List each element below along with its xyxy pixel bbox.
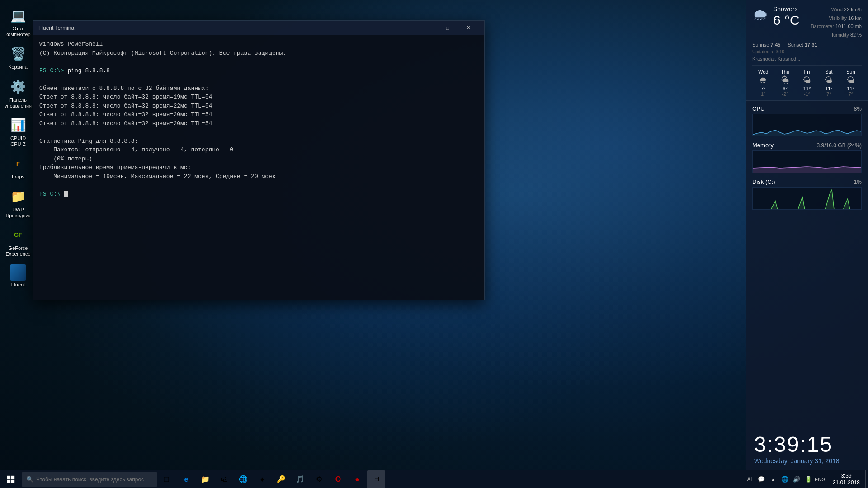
svg-marker-0 xyxy=(753,130,861,136)
terminal-line-11 xyxy=(39,128,478,137)
sunrise: Sunrise 7:45 xyxy=(752,42,780,47)
terminal-line-1: Windows PowerShell xyxy=(39,40,478,49)
taskbar-epic[interactable]: ♦ xyxy=(253,470,271,488)
desktop-icons-container: 💻 Этот компьютер 🗑️ Корзина ⚙️ Панель уп… xyxy=(0,0,36,470)
tray-chevron[interactable]: ▲ xyxy=(768,470,778,488)
tray-action-center[interactable]: Ai xyxy=(744,470,755,488)
tray-lang[interactable]: ENG xyxy=(815,470,826,488)
weather-top: 🌧 Showers 6 °C Wind 22 km/h Visibility 1… xyxy=(752,5,862,39)
taskbar-lastpass[interactable]: 🔑 xyxy=(272,470,290,488)
minimize-button[interactable]: ─ xyxy=(416,21,437,35)
terminal-line-3 xyxy=(39,57,478,66)
cpu-value: 8% xyxy=(854,106,862,112)
terminal-line-9: Ответ от 8.8.8.8: число байт=32 время=20… xyxy=(39,110,478,119)
taskbar-explorer[interactable]: 📁 xyxy=(196,470,214,488)
sunset: Sunset 17:31 xyxy=(788,42,817,47)
windows-logo-icon xyxy=(7,475,15,483)
desktop-icon-geforce[interactable]: GF GeForce Experience xyxy=(2,224,34,259)
taskbar-app6[interactable]: ⚙ xyxy=(310,470,328,488)
desktop-icon-cpuid[interactable]: 📊 CPUID CPU-Z xyxy=(2,114,34,149)
desktop-icon-this-computer[interactable]: 💻 Этот компьютер xyxy=(2,5,34,39)
cpu-monitor: CPU 8% xyxy=(752,105,862,136)
tray-volume[interactable]: 🔊 xyxy=(791,470,802,488)
clock-time: 3:39:15 xyxy=(754,434,860,455)
svg-rect-3 xyxy=(7,475,10,479)
basket-icon: 🗑️ xyxy=(9,45,27,63)
terminal-line-8: Ответ от 8.8.8.8: число байт=32 время=22… xyxy=(39,102,478,111)
memory-header: Memory 3.9/16.0 GB (24%) xyxy=(752,142,862,149)
weather-wind: Wind 22 km/h xyxy=(811,5,862,14)
fraps-label: Fraps xyxy=(12,174,24,180)
geforce-label: GeForce Experience xyxy=(4,245,33,257)
desktop-icon-uwp[interactable]: 📁 UWP Проводник xyxy=(2,186,34,221)
forecast-sat: Sat 🌤 11° 7° xyxy=(818,69,840,97)
taskbar-search-box[interactable]: 🔍 xyxy=(22,472,157,487)
system-tray: Ai 💬 ▲ 🌐 🔊 🔋 ENG xyxy=(742,470,827,488)
taskbar: 🔍 ❑ e 📁 🛍 🌐 ♦ 🔑 🎵 ⚙ O ● 🖥 Ai 💬 ▲ 🌐 🔊 xyxy=(0,470,868,488)
tray-battery[interactable]: 🔋 xyxy=(803,470,814,488)
forecast-fri: Fri 🌤 11° -1° xyxy=(796,69,818,97)
terminal-controls: ─ □ ✕ xyxy=(416,21,479,35)
weather-humidity: Humidity 82 % xyxy=(811,31,862,39)
disk-title: Disk (C:) xyxy=(752,178,775,185)
uwp-icon: 📁 xyxy=(9,188,27,206)
task-view-button[interactable]: ❑ xyxy=(157,470,175,488)
terminal-content[interactable]: Windows PowerShell (С) Корпорация Майкро… xyxy=(33,35,484,300)
terminal-line-12: Статистика Ping для 8.8.8.8: xyxy=(39,137,478,146)
terminal-line-4: PS C:\> ping 8.8.8.8 xyxy=(39,66,478,75)
maximize-button[interactable]: □ xyxy=(437,21,458,35)
weather-location: Krasnodar, Krasnod... xyxy=(752,56,862,61)
terminal-line-16: Минимальное = 19мсек, Максимальное = 22 … xyxy=(39,172,478,181)
weather-condition: Showers xyxy=(773,5,806,13)
terminal-titlebar: Fluent Terminal ─ □ ✕ xyxy=(33,21,484,35)
desktop-icon-fraps[interactable]: F Fraps xyxy=(2,153,34,182)
show-desktop-button[interactable] xyxy=(865,470,868,488)
taskbar-media1[interactable]: 🎵 xyxy=(291,470,309,488)
cpu-graph-svg xyxy=(753,114,861,136)
right-panel: 🌧 Showers 6 °C Wind 22 km/h Visibility 1… xyxy=(746,0,868,470)
weather-temp-block: Showers 6 °C xyxy=(773,5,806,28)
fluent-icon xyxy=(10,264,26,281)
cpuid-icon: 📊 xyxy=(9,116,27,134)
terminal-title: Fluent Terminal xyxy=(38,25,416,31)
memory-graph xyxy=(752,150,862,173)
cpuid-label: CPUID CPU-Z xyxy=(4,136,33,147)
close-button[interactable]: ✕ xyxy=(458,21,479,35)
terminal-line-15: Приблизительное время приема-передачи в … xyxy=(39,163,478,172)
search-input[interactable] xyxy=(36,476,153,483)
desktop-icon-control-panel[interactable]: ⚙️ Панель управления xyxy=(2,76,34,111)
tray-network[interactable]: 🌐 xyxy=(779,470,790,488)
taskbar-store[interactable]: 🛍 xyxy=(215,470,233,488)
memory-title: Memory xyxy=(752,142,774,149)
memory-graph-svg xyxy=(753,151,861,173)
disk-header: Disk (C:) 1% xyxy=(752,178,862,185)
desktop-icon-basket[interactable]: 🗑️ Корзина xyxy=(2,43,34,72)
taskbar-edge[interactable]: e xyxy=(177,470,195,488)
disk-graph-svg xyxy=(753,188,861,210)
svg-rect-6 xyxy=(11,479,14,483)
taskbar-app8[interactable]: ● xyxy=(348,470,366,488)
svg-rect-5 xyxy=(7,479,10,483)
basket-label: Корзина xyxy=(9,64,28,70)
taskbar-time: 3:39 xyxy=(841,473,851,479)
desktop-icon-fluent[interactable]: Fluent xyxy=(2,263,34,290)
system-monitors: CPU 8% Memory 3.9/16.0 GB (24%) xyxy=(746,101,868,427)
terminal-line-10: Ответ от 8.8.8.8: число байт=32 время=20… xyxy=(39,119,478,128)
weather-details: Wind 22 km/h Visibility 16 km Barometer … xyxy=(811,5,862,39)
terminal-line-14: (0% потерь) xyxy=(39,155,478,164)
start-button[interactable] xyxy=(0,470,22,488)
svg-marker-2 xyxy=(753,190,861,210)
control-panel-icon: ⚙️ xyxy=(9,78,27,96)
uwp-label: UWP Проводник xyxy=(4,207,33,219)
weather-sunrise-sunset: Sunrise 7:45 Sunset 17:31 xyxy=(752,42,862,47)
taskbar-clock[interactable]: 3:39 31.01.2018 xyxy=(827,470,865,488)
weather-visibility: Visibility 16 km xyxy=(811,14,862,23)
terminal-line-6: Обмен пакетами с 8.8.8.8 по с 32 байтами… xyxy=(39,84,478,93)
cpu-graph xyxy=(752,114,862,136)
taskbar-opera[interactable]: O xyxy=(329,470,347,488)
taskbar-chrome[interactable]: 🌐 xyxy=(234,470,252,488)
terminal-window: Fluent Terminal ─ □ ✕ Windows PowerShell… xyxy=(33,20,485,300)
tray-notification[interactable]: 💬 xyxy=(756,470,767,488)
taskbar-powershell[interactable]: 🖥 xyxy=(367,470,385,488)
this-computer-label: Этот компьютер xyxy=(4,26,33,38)
